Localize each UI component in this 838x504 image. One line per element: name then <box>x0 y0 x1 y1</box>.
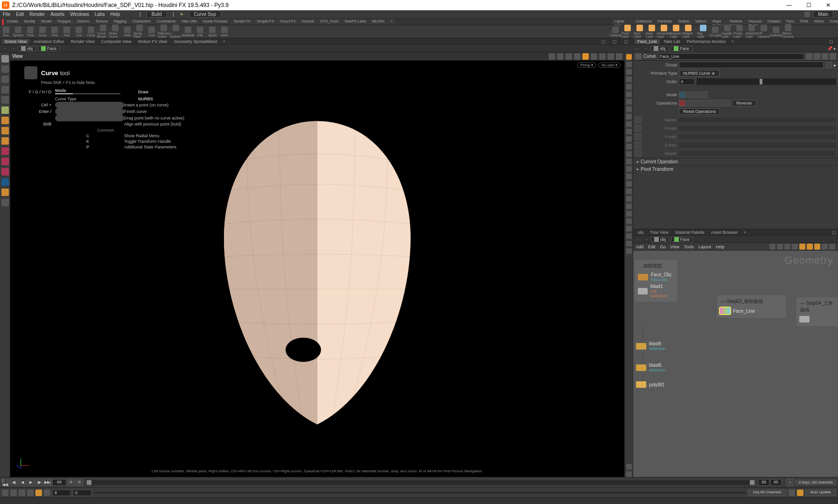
network-graph[interactable]: Geometry …脸部模型 Face_ObjFace.obj blast1no… <box>633 251 838 477</box>
net-tool-icon[interactable] <box>784 244 790 250</box>
shelf-camera-icon[interactable]: Camera <box>609 27 622 37</box>
display-icon[interactable] <box>626 99 632 105</box>
shelf-torus-icon[interactable]: Torus <box>36 27 49 37</box>
shelf-tube-icon[interactable]: Tube <box>24 27 36 37</box>
tool-icon[interactable] <box>1 106 9 114</box>
bottom-slider[interactable] <box>93 492 746 494</box>
pane-opt-icon[interactable]: ▢ <box>826 39 836 44</box>
close-button[interactable]: ✕ <box>820 0 836 10</box>
shelf-tab[interactable]: Deform <box>74 19 92 25</box>
pane-opt-icon[interactable]: ▢ <box>621 39 631 44</box>
crumb-geo[interactable]: Face <box>38 46 60 51</box>
shelf-caustic-icon[interactable]: Caustic Light <box>721 25 733 38</box>
display-icon[interactable] <box>626 136 632 142</box>
net-menu-edit[interactable]: Edit <box>648 245 656 249</box>
tab-face-line[interactable]: Face_Line <box>635 39 660 44</box>
main-selector[interactable]: Main <box>813 11 833 18</box>
shelf-tab[interactable]: Viscous Fluids <box>746 19 764 25</box>
tool-icon[interactable] <box>1 65 9 73</box>
shelf-tab[interactable]: Lights and Cameras <box>612 19 632 25</box>
play-button[interactable]: ▶ <box>27 479 35 486</box>
shelf-tab[interactable]: Modify <box>21 19 38 25</box>
maximize-button[interactable]: ☐ <box>801 0 817 10</box>
tool-icon[interactable] <box>1 96 9 104</box>
nav-fwd-icon[interactable]: → <box>642 46 649 51</box>
display-icon[interactable] <box>626 211 632 217</box>
timeline-track[interactable] <box>87 480 754 485</box>
nav-fwd-icon[interactable]: → <box>10 46 16 51</box>
shelf-box-icon[interactable]: Box <box>0 27 12 37</box>
net-menu-tools[interactable]: Tools <box>684 245 694 249</box>
shelf-tab[interactable]: Hair Utils <box>179 19 200 25</box>
ops-buttons[interactable] <box>679 100 730 106</box>
frame-field[interactable]: 68 <box>52 479 66 486</box>
display-icon[interactable] <box>626 129 632 134</box>
nav-fwd-icon[interactable]: → <box>643 237 649 242</box>
tool-icon[interactable] <box>1 189 9 196</box>
opt-icon[interactable] <box>19 490 25 496</box>
shelf-spray-icon[interactable]: Spray Paint <box>133 25 146 38</box>
shelf-tab[interactable]: Collisions <box>633 19 654 25</box>
tab-geo-spreadsheet[interactable]: Geometry Spreadsheet <box>171 39 220 44</box>
nav-back-icon[interactable]: ← <box>2 46 8 51</box>
shelf-line-icon[interactable]: Line <box>73 27 85 37</box>
tool-icon[interactable] <box>1 168 9 175</box>
shelf-pointlight-icon[interactable]: Point Light <box>622 25 634 38</box>
display-icon[interactable] <box>626 174 632 179</box>
shelf-tab[interactable]: MLOPs <box>369 19 387 25</box>
vp-tool-icon[interactable] <box>549 53 555 60</box>
help-icon[interactable] <box>814 53 820 60</box>
tab-plus[interactable]: + <box>730 39 736 44</box>
pin-icon[interactable]: 📌 <box>827 46 832 51</box>
vp-tool-icon[interactable] <box>599 53 606 60</box>
checkbox[interactable] <box>635 125 642 132</box>
pane-opt-icon[interactable]: ▢ <box>832 230 836 235</box>
display-icon[interactable] <box>626 248 632 254</box>
reverse-button[interactable]: Reverse <box>732 100 756 106</box>
desktop-selector[interactable]: Build <box>147 11 167 18</box>
tool-icon[interactable] <box>1 127 9 134</box>
shelf-geolight-icon[interactable]: Geometry Light <box>658 25 670 38</box>
gear-icon[interactable] <box>806 53 812 60</box>
shelf-tab[interactable]: FEM <box>797 19 811 25</box>
node-polyfill1[interactable]: polyfill1 <box>636 381 664 388</box>
shelf-tab[interactable]: Simple FX <box>254 19 277 25</box>
shelf-tab-plus[interactable]: + <box>388 19 396 25</box>
display-icon[interactable] <box>626 189 632 194</box>
shelf-arealight-icon[interactable]: Area Light <box>646 25 658 38</box>
net-menu-layout[interactable]: Layout <box>698 245 711 249</box>
display-icon[interactable] <box>626 151 632 157</box>
opt-icon[interactable] <box>35 490 42 496</box>
field-b[interactable]: 0 <box>73 490 91 496</box>
tab-asset-browser[interactable]: Asset Browser <box>708 230 741 235</box>
reset-ops-button[interactable]: Reset Operations <box>679 108 720 115</box>
step-fwd-button[interactable]: |▶ <box>35 479 43 486</box>
net-group-face[interactable]: …脸部模型 Face_ObjFace.obj blast1not: select… <box>635 260 677 302</box>
tab-anim-editor[interactable]: Animation Editor <box>30 39 67 44</box>
tab-render-view[interactable]: Render View <box>68 39 97 44</box>
net-tool-icon[interactable] <box>822 244 828 250</box>
display-icon[interactable] <box>626 106 632 112</box>
shelf-spotlight-icon[interactable]: Spot Light <box>634 25 646 38</box>
goto-end-button[interactable]: ▶▶| <box>44 479 51 486</box>
net-menu-view[interactable]: View <box>670 245 679 249</box>
persp-dropdown[interactable]: Persp ▾ <box>577 63 596 68</box>
info-icon[interactable] <box>830 53 836 60</box>
shelf-switcher-icon[interactable]: Switcher <box>770 27 782 37</box>
goto-start-button[interactable]: |◀◀ <box>2 479 9 486</box>
display-icon[interactable] <box>626 181 632 187</box>
tool-icon[interactable] <box>1 76 9 83</box>
shelf-distlight-icon[interactable]: Distant Light <box>682 25 694 38</box>
vp-tool-icon[interactable] <box>616 53 622 60</box>
shelf-portal-icon[interactable]: Portal Light <box>733 25 746 38</box>
tool-icon[interactable] <box>1 86 9 93</box>
shelf-stereo-icon[interactable]: Stereo Camera <box>782 25 794 38</box>
shelf-tab[interactable]: Rigging <box>111 19 129 25</box>
crumb-geo[interactable]: Face <box>671 237 693 242</box>
shelf-vollight-icon[interactable]: Volume Light <box>670 25 682 38</box>
shelf-tab[interactable]: Grains <box>675 19 692 25</box>
tab-motionfx[interactable]: Motion FX View <box>135 39 170 44</box>
display-icon[interactable] <box>626 464 632 469</box>
step-back-button[interactable]: ◀| <box>10 479 18 486</box>
display-icon[interactable] <box>626 233 632 239</box>
